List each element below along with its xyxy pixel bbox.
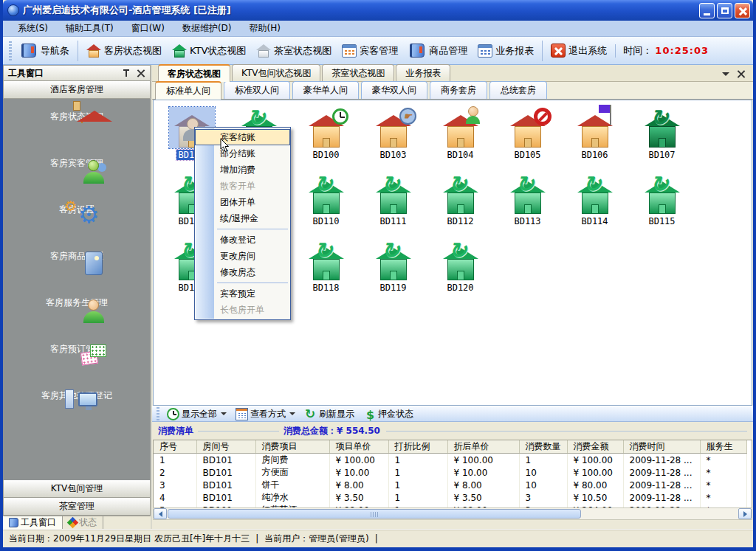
table-row[interactable]: 1BD101 房间费¥ 100.00 1¥ 100.00 1¥ 100.00 2… <box>154 454 746 467</box>
col-header[interactable]: 服务生 <box>700 440 746 454</box>
tab-business-reports[interactable]: 业务报表 <box>396 64 450 81</box>
sidebar-item-room-guest-mgmt[interactable]: 客房宾客管理 <box>3 157 151 202</box>
sidebar-group-tea[interactable]: 茶室管理 <box>3 498 151 516</box>
subtab-deluxe-double[interactable]: 豪华双人间 <box>361 81 427 99</box>
col-header[interactable]: 消费数量 <box>519 440 567 454</box>
room-cell[interactable]: BD105 <box>494 104 561 170</box>
scroll-left-button[interactable] <box>154 508 167 519</box>
menu-separator <box>217 229 288 229</box>
menu-item-modify-registration[interactable]: 修改登记 <box>195 232 290 248</box>
table-horizontal-scrollbar[interactable] <box>153 507 752 520</box>
sidebar-item-room-status-view[interactable]: 客房状态视图 <box>3 111 151 156</box>
subtab-deluxe-single[interactable]: 豪华单人间 <box>292 81 359 99</box>
menu-window[interactable]: 窗口(W) <box>123 21 173 36</box>
refresh-button[interactable]: 刷新显示 <box>300 407 359 421</box>
table-row[interactable]: 3BD101 饼干¥ 8.00 1¥ 8.00 10¥ 80.00 2009-1… <box>154 479 746 491</box>
scrollbar-thumb[interactable] <box>168 509 581 519</box>
menu-item-guest-checkout[interactable]: 宾客结账 <box>195 129 290 145</box>
sidebar-item-room-waiter-mgmt[interactable]: 客房服务生管理 <box>3 297 151 342</box>
menu-item-guest-reserve[interactable]: 宾客预定 <box>195 285 290 302</box>
menu-item-deposit-renew-refund[interactable]: 续/退押金 <box>195 210 290 226</box>
room-cell[interactable]: BD118 <box>292 237 360 303</box>
subtab-president-suite[interactable]: 总统套房 <box>489 81 547 99</box>
minimize-button[interactable] <box>699 3 715 18</box>
menu-help[interactable]: 帮助(H) <box>241 21 289 36</box>
col-header[interactable]: 序号 <box>154 440 196 454</box>
sidebar-item-room-settings[interactable]: 客房设置 <box>3 204 151 249</box>
exit-system-button[interactable]: 退出系统 <box>546 41 612 60</box>
sidebar-close-icon[interactable] <box>137 69 145 77</box>
col-header[interactable]: 房间号 <box>196 440 255 454</box>
menu-system[interactable]: 系统(S) <box>9 21 57 36</box>
room-cell[interactable]: BD110 <box>292 170 360 237</box>
menu-item-change-room[interactable]: 更改房间 <box>195 248 290 264</box>
menu-item-add-consumption[interactable]: 增加消费 <box>195 162 290 178</box>
blocked-house-icon <box>510 115 546 148</box>
sidebar-group-ktv[interactable]: KTV包间管理 <box>3 480 151 498</box>
tab-close-icon[interactable] <box>737 69 746 78</box>
pin-icon[interactable] <box>122 69 131 77</box>
room-label: BD110 <box>292 216 360 226</box>
table-row[interactable]: 2BD101 方便面¥ 10.00 1¥ 10.00 10¥ 100.00 20… <box>154 466 746 479</box>
room-cell[interactable]: BD107 <box>628 104 695 170</box>
vacant-house-icon <box>443 248 478 280</box>
sidebar-group-hotel-rooms[interactable]: 酒店客房管理 <box>3 81 151 99</box>
flag-house-icon <box>577 115 613 148</box>
col-header[interactable]: 消费金额 <box>567 440 623 454</box>
sidebar-tab-tool-window[interactable]: 工具窗口 <box>3 516 63 529</box>
sidebar-item-room-goods-settings[interactable]: 客房商品设置 <box>3 250 151 295</box>
toolbar: 导航条 客房状态视图 KTV状态视图 茶室状态视图 宾客管理 商品管理 业务报表 <box>3 37 753 65</box>
room-cell[interactable]: BD115 <box>628 170 695 237</box>
tab-ktv-room-status-view[interactable]: KTV包间状态视图 <box>232 64 320 81</box>
guest-mgmt-button[interactable]: 宾客管理 <box>337 42 403 60</box>
room-cell[interactable]: BD111 <box>360 170 427 237</box>
col-header[interactable]: 消费项目 <box>255 440 329 454</box>
room-status-view-button[interactable]: 客房状态视图 <box>81 42 167 60</box>
room-cell[interactable]: BD114 <box>561 170 628 237</box>
deposit-status-button[interactable]: 押金状态 <box>359 407 418 421</box>
col-header[interactable]: 打折比例 <box>388 440 447 454</box>
tab-room-status-view[interactable]: 客房状态视图 <box>158 64 230 82</box>
tab-tea-status-view[interactable]: 茶室状态视图 <box>322 64 394 81</box>
vacant-house-icon <box>376 248 411 280</box>
ktv-status-view-button[interactable]: KTV状态视图 <box>167 42 251 60</box>
room-panel-toolbar: 显示全部 查看方式 刷新显示 押金状态 <box>152 406 753 422</box>
subtab-standard-single[interactable]: 标准单人间 <box>155 81 221 100</box>
menu-item-modify-room-state[interactable]: 修改房态 <box>195 264 290 280</box>
room-cell[interactable]: BD119 <box>360 237 427 303</box>
col-header[interactable]: 折后单价 <box>447 440 519 454</box>
room-label: BD103 <box>360 150 427 160</box>
room-cell[interactable]: BD112 <box>427 170 494 237</box>
subtab-business-suite[interactable]: 商务套房 <box>430 81 487 99</box>
room-cell[interactable]: BD103 <box>360 104 427 170</box>
room-cell[interactable]: BD104 <box>427 104 494 170</box>
col-header[interactable]: 项目单价 <box>329 440 388 454</box>
reports-button[interactable]: 业务报表 <box>472 42 539 60</box>
nav-bar-button[interactable]: 导航条 <box>15 41 75 60</box>
sidebar-tab-label: 工具窗口 <box>21 516 56 529</box>
show-all-button[interactable]: 显示全部 <box>162 407 231 421</box>
tab-list-dropdown-icon[interactable] <box>722 72 729 76</box>
maximize-button[interactable] <box>717 3 732 18</box>
sidebar-item-room-booking-mgmt[interactable]: 客房预订管理 <box>3 343 151 388</box>
room-cell[interactable]: BD106 <box>561 104 628 170</box>
view-mode-button[interactable]: 查看方式 <box>231 406 300 421</box>
room-context-menu: 宾客结账 部分结账 增加消费 散客开单 团体开单 续/退押金 修改登记 更改房间… <box>194 127 291 320</box>
room-cell[interactable]: BD120 <box>427 237 494 303</box>
table-row[interactable]: 4BD101 纯净水¥ 3.50 1¥ 3.50 3¥ 10.50 2009-1… <box>154 491 746 504</box>
room-cell[interactable]: BD100 <box>292 104 360 170</box>
sidebar-tab-status[interactable]: 状态 <box>63 516 103 529</box>
cell: * <box>700 491 746 504</box>
scroll-right-button[interactable] <box>738 508 752 519</box>
close-button[interactable] <box>735 3 750 18</box>
goods-mgmt-button[interactable]: 商品管理 <box>403 41 472 60</box>
col-header[interactable]: 消费时间 <box>623 440 700 454</box>
tea-status-view-button[interactable]: 茶室状态视图 <box>251 42 337 60</box>
menu-data-maintain[interactable]: 数据维护(D) <box>173 21 241 36</box>
menu-item-group-open[interactable]: 团体开单 <box>195 194 290 210</box>
subtab-standard-double[interactable]: 标准双人间 <box>224 81 290 99</box>
menu-item-partial-checkout[interactable]: 部分结账 <box>195 145 290 162</box>
sidebar-item-room-other-payments[interactable]: 客房其他款项登记 <box>3 389 151 434</box>
menu-aux-tools[interactable]: 辅助工具(T) <box>57 21 123 36</box>
room-cell[interactable]: BD113 <box>494 170 561 237</box>
